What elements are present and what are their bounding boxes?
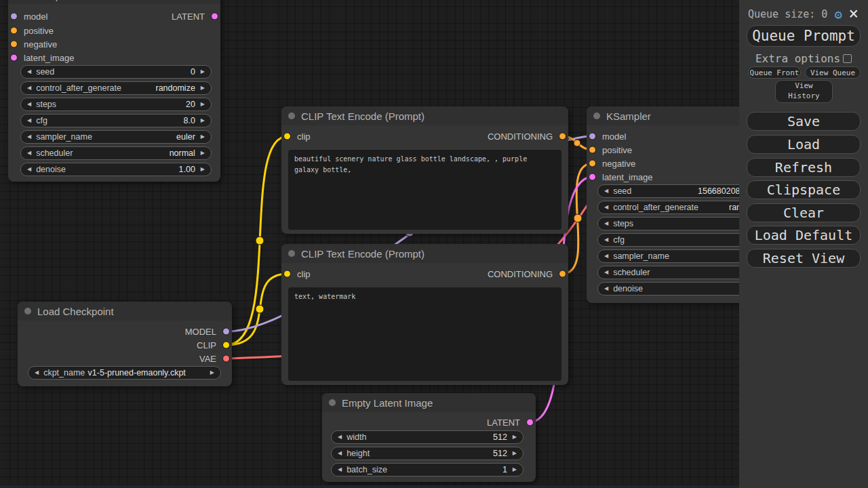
increment-arrow-icon[interactable]: ▶ — [201, 102, 205, 107]
decrement-arrow-icon[interactable]: ◀ — [338, 434, 342, 440]
node-ksampler-left[interactable]: KSampler model positive negative latent_… — [8, 0, 220, 182]
node-clip-text-encode-positive[interactable]: CLIP Text Encode (Prompt) clip CONDITION… — [281, 106, 568, 234]
conditioning-port-icon[interactable] — [589, 160, 596, 167]
node-collapse-dot[interactable] — [329, 399, 336, 406]
node-collapse-dot[interactable] — [288, 113, 295, 119]
latent-port-icon[interactable] — [211, 13, 218, 20]
decrement-arrow-icon[interactable]: ◀ — [27, 69, 31, 75]
input-port-model[interactable]: model — [10, 12, 47, 22]
output-port-clip[interactable]: CLIP — [197, 340, 230, 350]
wire-midpoint-dot[interactable] — [574, 214, 582, 222]
decrement-arrow-icon[interactable]: ◀ — [604, 205, 608, 210]
input-port-negative[interactable]: negative — [589, 159, 635, 169]
widget-height[interactable]: ◀ height 512 ▶ — [331, 447, 524, 460]
clear-button[interactable]: Clear — [747, 203, 861, 222]
queue-front-button[interactable]: Queue Front — [748, 66, 801, 79]
widget-batch-size[interactable]: ◀ batch_size 1 ▶ — [331, 463, 524, 476]
clip-port-icon[interactable] — [222, 342, 230, 349]
node-empty-latent-image[interactable]: Empty Latent Image LATENT ◀ width 512 ▶ … — [322, 393, 536, 482]
latent-port-icon[interactable] — [10, 54, 18, 62]
load-button[interactable]: Load — [747, 135, 861, 154]
increment-arrow-icon[interactable]: ▶ — [201, 150, 205, 156]
widget-denoise[interactable]: ◀ denoise 1.00 ▶ — [20, 163, 212, 176]
queue-prompt-button[interactable]: Queue Prompt — [747, 25, 861, 47]
node-title-bar[interactable]: CLIP Text Encode (Prompt) — [281, 244, 568, 263]
refresh-button[interactable]: Refresh — [747, 158, 861, 177]
output-port-latent[interactable]: LATENT — [487, 418, 534, 428]
input-port-clip[interactable]: clip — [283, 131, 311, 142]
decrement-arrow-icon[interactable]: ◀ — [604, 253, 608, 259]
widget-sampler-name[interactable]: ◀ sampler_name euler ▶ — [20, 130, 212, 144]
increment-arrow-icon[interactable]: ▶ — [513, 467, 517, 472]
output-port-latent[interactable]: LATENT — [172, 12, 218, 22]
wire-midpoint-dot[interactable] — [256, 305, 264, 313]
clipspace-button[interactable]: Clipspace — [747, 180, 861, 199]
widget-scheduler[interactable]: ◀ scheduler normal ▶ — [20, 146, 212, 160]
clip-port-icon[interactable] — [283, 270, 291, 278]
load-default-button[interactable]: Load Default — [747, 226, 861, 245]
output-port-model[interactable]: MODEL — [185, 327, 230, 337]
node-collapse-dot[interactable] — [593, 113, 600, 119]
node-load-checkpoint[interactable]: Load Checkpoint MODEL CLIP VAE ◀ ckpt_na… — [18, 302, 232, 386]
decrement-arrow-icon[interactable]: ◀ — [27, 118, 31, 123]
view-queue-button[interactable]: View Queue — [805, 66, 861, 79]
model-port-icon[interactable] — [10, 13, 18, 20]
model-port-icon[interactable] — [222, 328, 230, 336]
node-title-bar[interactable]: KSampler — [8, 0, 220, 4]
vae-port-icon[interactable] — [222, 355, 230, 363]
widget-control-after-generate[interactable]: ◀ control_after_generate randomize ▶ — [20, 81, 212, 95]
prompt-textarea[interactable]: beautiful scenery nature glass bottle la… — [288, 150, 561, 230]
increment-arrow-icon[interactable]: ▶ — [513, 451, 517, 456]
input-port-clip[interactable]: clip — [283, 269, 311, 279]
node-collapse-dot[interactable] — [288, 250, 295, 257]
node-title-bar[interactable]: Empty Latent Image — [322, 393, 536, 412]
increment-arrow-icon[interactable]: ▶ — [201, 69, 205, 75]
node-title-bar[interactable]: CLIP Text Encode (Prompt) — [281, 106, 568, 125]
widget-steps[interactable]: ◀ steps 20 ▶ — [20, 98, 212, 111]
input-port-latent-image[interactable]: latent_image — [10, 53, 74, 63]
decrement-arrow-icon[interactable]: ◀ — [604, 270, 608, 275]
extra-options-checkbox[interactable] — [843, 54, 852, 63]
decrement-arrow-icon[interactable]: ◀ — [604, 188, 608, 194]
decrement-arrow-icon[interactable]: ◀ — [604, 286, 608, 291]
widget-cfg[interactable]: ◀ cfg 8.0 ▶ — [20, 114, 212, 127]
increment-arrow-icon[interactable]: ▶ — [201, 85, 205, 91]
input-port-latent-image[interactable]: latent_image — [589, 172, 652, 182]
widget-seed[interactable]: ◀ seed 0 ▶ — [20, 65, 212, 79]
prompt-textarea[interactable]: text, watermark — [288, 287, 561, 381]
input-port-positive[interactable]: positive — [589, 145, 632, 155]
output-port-vae[interactable]: VAE — [199, 354, 230, 364]
decrement-arrow-icon[interactable]: ◀ — [27, 134, 31, 140]
decrement-arrow-icon[interactable]: ◀ — [27, 150, 31, 156]
decrement-arrow-icon[interactable]: ◀ — [338, 467, 342, 472]
wire-midpoint-dot[interactable] — [256, 237, 264, 245]
increment-arrow-icon[interactable]: ▶ — [513, 434, 517, 440]
node-collapse-dot[interactable] — [24, 308, 31, 314]
widget-ckpt-name[interactable]: ◀ ckpt_name v1-5-pruned-emaonly.ckpt ▶ — [28, 366, 221, 380]
input-port-positive[interactable]: positive — [10, 26, 54, 36]
decrement-arrow-icon[interactable]: ◀ — [604, 237, 608, 243]
view-history-button[interactable]: View History — [775, 80, 833, 103]
input-port-model[interactable]: model — [589, 131, 626, 142]
increment-arrow-icon[interactable]: ▶ — [201, 118, 205, 123]
widget-width[interactable]: ◀ width 512 ▶ — [331, 430, 524, 444]
decrement-arrow-icon[interactable]: ◀ — [604, 221, 608, 226]
decrement-arrow-icon[interactable]: ◀ — [338, 451, 342, 456]
decrement-arrow-icon[interactable]: ◀ — [27, 85, 31, 91]
conditioning-port-icon[interactable] — [10, 27, 18, 35]
wire-midpoint-dot[interactable] — [574, 140, 580, 146]
increment-arrow-icon[interactable]: ▶ — [201, 134, 205, 140]
latent-port-icon[interactable] — [589, 174, 596, 181]
settings-gear-icon[interactable]: ⚙ — [834, 8, 842, 21]
clip-port-icon[interactable] — [283, 133, 291, 140]
conditioning-port-icon[interactable] — [589, 146, 596, 154]
conditioning-port-icon[interactable] — [559, 270, 566, 278]
conditioning-port-icon[interactable] — [10, 41, 18, 48]
input-port-negative[interactable]: negative — [10, 39, 57, 49]
increment-arrow-icon[interactable]: ▶ — [210, 370, 214, 375]
output-port-conditioning[interactable]: CONDITIONING — [488, 131, 566, 142]
decrement-arrow-icon[interactable]: ◀ — [27, 102, 31, 107]
save-button[interactable]: Save — [747, 112, 861, 131]
decrement-arrow-icon[interactable]: ◀ — [27, 167, 31, 172]
reset-view-button[interactable]: Reset View — [747, 249, 861, 268]
